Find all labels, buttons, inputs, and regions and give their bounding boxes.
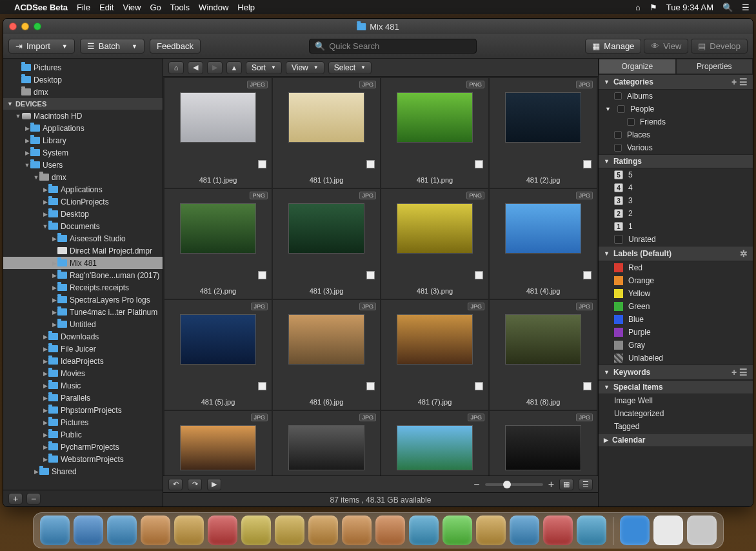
sort-dropdown[interactable]: Sort▼ [246,61,282,74]
thumbnail-checkbox[interactable] [583,271,592,279]
tree-item[interactable]: ▶Pictures [3,416,163,428]
thumbnail-cell[interactable]: JPG481 (8).jpg [490,300,597,410]
thumbnail-cell[interactable]: JPEG481 (1).jpeg [164,78,272,188]
panel-header[interactable]: ▼Special Items [599,380,753,394]
rotate-left-button[interactable]: ↶ [168,479,183,490]
dock-app-icon[interactable] [40,516,70,545]
tree-item[interactable]: ▶Shared [3,465,163,477]
tree-item[interactable]: ▶IdeaProjects [3,355,163,367]
disclosure-icon[interactable]: ▼ [24,162,30,168]
mode-view-button[interactable]: 👁View [644,39,688,54]
tab-properties[interactable]: Properties [676,59,753,74]
tree-item[interactable]: ▶Music [3,379,163,392]
panel-header[interactable]: ▼Keywords+ ☰ [599,365,753,380]
thumbnail-checkbox[interactable] [366,382,375,390]
category-item[interactable]: Friends [599,115,753,128]
thumbnail-cell[interactable]: PNG481 (2).png [164,189,272,299]
label-item[interactable]: Purple [599,326,753,339]
sidebar-add-button[interactable]: + [8,493,23,505]
tree-item[interactable]: ▶Downloads [3,330,163,343]
label-item[interactable]: Unlabeled [599,352,753,365]
dock-app-icon[interactable] [342,516,372,545]
tree-item[interactable]: Direct Mail Project.dmpr [3,245,163,257]
tree-item[interactable]: ▶WebstormProjects [3,453,163,465]
dock-app-icon[interactable] [577,516,606,545]
tree-item[interactable]: ▶Desktop [3,208,163,220]
disclosure-icon[interactable]: ▶ [42,334,48,340]
disclosure-icon[interactable]: ▼ [33,174,39,181]
thumbnail-cell[interactable]: JPG481 (2).jpg [490,78,597,188]
dock-app-icon[interactable] [409,516,439,545]
thumbnail-checkbox[interactable] [258,160,266,168]
tree-item[interactable]: ▶Parallels [3,392,163,404]
thumbnail-checkbox[interactable] [583,160,592,168]
thumbnail-cell[interactable]: JPG481 (1).jpg [273,78,380,188]
tree-item[interactable]: ▼Users [3,159,163,171]
section-devices-header[interactable]: ▼DEVICES [3,98,163,110]
checkbox[interactable] [617,105,625,113]
thumbnail-checkbox[interactable] [475,160,483,168]
checkbox[interactable] [627,118,635,126]
disclosure-icon[interactable]: ▶ [42,407,48,414]
thumbnail-cell[interactable]: JPG [164,411,272,476]
disclosure-icon[interactable]: ▶ [51,235,57,242]
thumbnail-cell[interactable]: JPG [490,411,597,476]
disclosure-icon[interactable]: ▶ [42,358,48,365]
tree-item[interactable]: ▶PhpstormProjects [3,404,163,416]
label-item[interactable]: Red [599,261,753,274]
tree-item[interactable]: ▶File Juicer [3,343,163,355]
thumbnail-cell[interactable]: PNG481 (1).png [381,78,488,188]
dock-app-icon[interactable] [687,516,717,545]
disclosure-icon[interactable]: ▶ [42,186,48,193]
label-item[interactable]: Blue [599,313,753,326]
special-item[interactable]: Uncategorized [599,407,753,420]
thumbnail-cell[interactable]: JPG [381,411,488,476]
tree-item[interactable]: ▶Untitled [3,318,163,330]
batch-button[interactable]: ☰Batch▼ [80,39,144,54]
special-item[interactable]: Image Well [599,394,753,407]
slideshow-button[interactable]: ▶ [207,479,221,490]
checkbox[interactable] [614,131,622,139]
thumbnail-cell[interactable]: JPG481 (3).jpg [273,189,380,299]
rating-item[interactable]: 55 [599,168,753,181]
tree-item[interactable]: ▶PycharmProjects [3,441,163,453]
thumbnail-cell[interactable]: JPG481 (5).jpg [164,300,272,410]
label-item[interactable]: Gray [599,339,753,352]
tree-item[interactable]: ▶CLionProjects [3,195,163,208]
disclosure-icon[interactable]: ▶ [42,444,48,450]
menu-tools[interactable]: Tools [170,3,190,12]
label-item[interactable]: Yellow [599,287,753,300]
thumbnail-checkbox[interactable] [475,271,483,279]
dock-app-icon[interactable] [375,516,405,545]
mode-develop-button[interactable]: ▤Develop [691,39,748,54]
nav-back-button[interactable]: ◀ [188,61,203,74]
dock-app-icon[interactable] [241,516,271,545]
menu-go[interactable]: Go [150,3,161,12]
disclosure-icon[interactable]: ▼ [42,223,48,230]
tree-item[interactable]: ▶Applications [3,122,163,134]
disclosure-icon[interactable]: ▶ [42,432,48,438]
tree-item[interactable]: ▼Macintosh HD [3,110,163,122]
view-thumbnails-button[interactable]: ▦ [559,479,573,490]
feedback-button[interactable]: Feedback [150,39,201,54]
tree-item[interactable]: Pictures [3,61,163,74]
disclosure-icon[interactable]: ▶ [51,321,57,328]
disclosure-icon[interactable]: ▶ [42,419,48,426]
disclosure-icon[interactable]: ▶ [51,272,57,279]
tree-item[interactable]: Desktop [3,74,163,86]
disclosure-icon[interactable]: ▶ [42,456,48,463]
disclosure-icon[interactable]: ▶ [51,285,57,291]
category-item[interactable]: Albums [599,90,753,103]
rotate-right-button[interactable]: ↷ [188,479,202,490]
dock-app-icon[interactable] [543,516,573,545]
tree-item[interactable]: dmx [3,86,163,98]
tab-organize[interactable]: Organize [599,59,676,74]
tree-item[interactable]: ▶Library [3,134,163,146]
nav-home-button[interactable]: ⌂ [168,61,184,74]
quick-search-input[interactable]: 🔍Quick Search [309,39,477,54]
tree-item[interactable]: ▶Receipts.receipts [3,281,163,294]
notification-center-icon[interactable]: ☰ [742,3,750,12]
dock-app-icon[interactable] [653,516,683,545]
dock-app-icon[interactable] [620,516,650,545]
panel-header[interactable]: ▶Calendar [599,433,753,447]
